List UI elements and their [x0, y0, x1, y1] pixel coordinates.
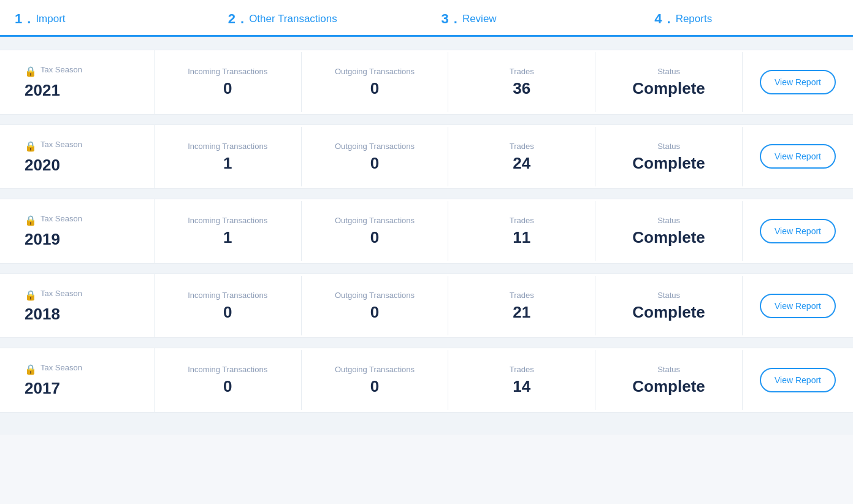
tab-other-bar: [213, 35, 427, 37]
tab-other-label: Other Transactions: [249, 13, 337, 25]
status-label-2020: Status: [613, 142, 725, 151]
status-col-2019: Status Complete: [595, 201, 743, 261]
status-label-2021: Status: [613, 67, 725, 76]
outgoing-col-2021: Outgoing Transactions 0: [302, 52, 449, 112]
lock-icon-2018: 🔒: [25, 289, 37, 301]
tab-other-transactions[interactable]: 2 . Other Transactions: [213, 0, 427, 37]
status-value-2020: Complete: [613, 155, 725, 172]
tab-import-label: Import: [36, 13, 65, 25]
tax-season-value-2020: 2020: [25, 156, 60, 174]
tax-season-label-2018: Tax Season: [40, 289, 82, 298]
trades-col-2017: Trades 14: [448, 350, 595, 410]
tax-season-value-2018: 2018: [25, 305, 60, 323]
outgoing-label-2017: Outgoing Transactions: [319, 365, 431, 374]
tax-season-col-2018: 🔒 Tax Season 2018: [0, 274, 155, 338]
tax-season-col-2019: 🔒 Tax Season 2019: [0, 199, 155, 263]
incoming-label-2018: Incoming Transactions: [172, 291, 284, 300]
view-report-button-2020[interactable]: View Report: [760, 144, 836, 169]
status-label-2019: Status: [613, 216, 725, 225]
outgoing-label-2018: Outgoing Transactions: [319, 291, 431, 300]
outgoing-col-2019: Outgoing Transactions 0: [302, 201, 449, 261]
tab-review[interactable]: 3 . Review: [427, 0, 640, 37]
lock-icon-2019: 🔒: [25, 215, 37, 226]
tax-season-label-2020: Tax Season: [40, 140, 82, 149]
incoming-col-2020: Incoming Transactions 1: [155, 127, 302, 187]
trades-value-2019: 11: [465, 229, 578, 246]
status-value-2021: Complete: [613, 80, 725, 97]
report-row-2019: 🔒 Tax Season 2019 Incoming Transactions …: [0, 199, 853, 264]
outgoing-col-2018: Outgoing Transactions 0: [302, 276, 449, 336]
status-value-2017: Complete: [613, 378, 725, 395]
trades-label-2019: Trades: [465, 216, 578, 225]
incoming-value-2018: 0: [172, 304, 284, 321]
tax-season-value-2021: 2021: [25, 82, 60, 99]
lock-icon-2017: 🔒: [25, 364, 37, 375]
trades-value-2021: 36: [465, 80, 578, 97]
trades-value-2018: 21: [465, 304, 578, 321]
incoming-value-2020: 1: [172, 155, 284, 172]
status-col-2021: Status Complete: [595, 52, 743, 112]
tab-reports-number: 4: [654, 11, 662, 27]
status-col-2018: Status Complete: [595, 276, 743, 336]
outgoing-label-2019: Outgoing Transactions: [319, 216, 431, 225]
trades-label-2017: Trades: [465, 365, 578, 374]
outgoing-value-2019: 0: [319, 229, 431, 246]
tab-reports[interactable]: 4 . Reports: [640, 0, 853, 37]
trades-col-2020: Trades 24: [448, 127, 595, 187]
outgoing-value-2020: 0: [319, 155, 431, 172]
view-report-button-2021[interactable]: View Report: [760, 70, 836, 94]
incoming-label-2021: Incoming Transactions: [172, 67, 284, 76]
lock-icon-2020: 🔒: [25, 140, 37, 152]
tab-reports-bar: [640, 35, 853, 37]
tab-other-number: 2: [228, 11, 235, 27]
action-col-2020: View Report: [743, 129, 853, 183]
incoming-label-2017: Incoming Transactions: [172, 365, 284, 374]
report-row-2021: 🔒 Tax Season 2021 Incoming Transactions …: [0, 50, 853, 115]
action-col-2017: View Report: [743, 353, 853, 407]
incoming-col-2019: Incoming Transactions 1: [155, 201, 302, 261]
tab-review-bar: [427, 35, 640, 37]
trades-label-2021: Trades: [465, 67, 578, 76]
outgoing-label-2020: Outgoing Transactions: [319, 142, 431, 151]
action-col-2018: View Report: [743, 279, 853, 333]
trades-col-2021: Trades 36: [448, 52, 595, 112]
lock-icon-2021: 🔒: [25, 66, 37, 77]
status-value-2018: Complete: [613, 304, 725, 321]
status-col-2017: Status Complete: [595, 350, 743, 410]
trades-col-2019: Trades 11: [448, 201, 595, 261]
view-report-button-2017[interactable]: View Report: [760, 368, 836, 392]
incoming-label-2020: Incoming Transactions: [172, 142, 284, 151]
tax-season-label-2019: Tax Season: [40, 214, 82, 223]
incoming-label-2019: Incoming Transactions: [172, 216, 284, 225]
incoming-value-2019: 1: [172, 229, 284, 246]
action-col-2019: View Report: [743, 204, 853, 258]
outgoing-value-2017: 0: [319, 378, 431, 395]
tax-season-col-2021: 🔒 Tax Season 2021: [0, 50, 155, 114]
incoming-col-2021: Incoming Transactions 0: [155, 52, 302, 112]
status-col-2020: Status Complete: [595, 127, 743, 187]
tab-import[interactable]: 1 . Import: [0, 0, 213, 37]
report-row-2020: 🔒 Tax Season 2020 Incoming Transactions …: [0, 124, 853, 189]
tax-season-value-2017: 2017: [25, 380, 60, 397]
tax-season-value-2019: 2019: [25, 231, 60, 248]
reports-content: 🔒 Tax Season 2021 Incoming Transactions …: [0, 37, 853, 435]
incoming-col-2017: Incoming Transactions 0: [155, 350, 302, 410]
tab-reports-label: Reports: [676, 13, 713, 25]
incoming-value-2017: 0: [172, 378, 284, 395]
tax-season-col-2020: 🔒 Tax Season 2020: [0, 125, 155, 189]
outgoing-value-2018: 0: [319, 304, 431, 321]
action-col-2021: View Report: [743, 55, 853, 109]
status-value-2019: Complete: [613, 229, 725, 246]
outgoing-label-2021: Outgoing Transactions: [319, 67, 431, 76]
view-report-button-2018[interactable]: View Report: [760, 294, 836, 318]
report-row-2017: 🔒 Tax Season 2017 Incoming Transactions …: [0, 348, 853, 413]
tab-review-number: 3: [442, 11, 449, 27]
status-label-2017: Status: [613, 365, 725, 374]
outgoing-col-2020: Outgoing Transactions 0: [302, 127, 449, 187]
trades-col-2018: Trades 21: [448, 276, 595, 336]
trades-label-2018: Trades: [465, 291, 578, 300]
nav-tabs: 1 . Import 2 . Other Transactions 3 . Re…: [0, 0, 853, 37]
tab-import-number: 1: [15, 11, 22, 27]
outgoing-value-2021: 0: [319, 80, 431, 97]
view-report-button-2019[interactable]: View Report: [760, 219, 836, 243]
